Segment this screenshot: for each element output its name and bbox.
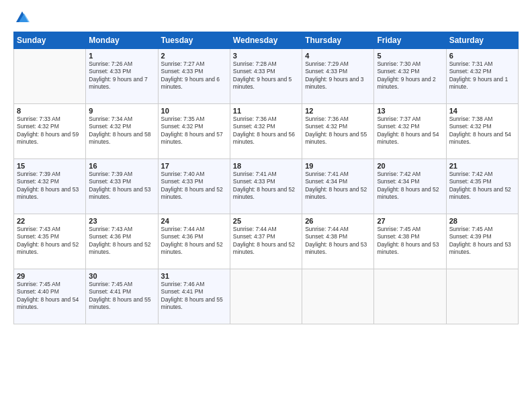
calendar-day-cell: 31Sunrise: 7:46 AMSunset: 4:41 PMDayligh… xyxy=(158,269,230,324)
column-header-thursday: Thursday xyxy=(302,32,374,49)
day-number: 17 xyxy=(161,162,227,170)
day-number: 12 xyxy=(305,107,371,115)
day-info: Sunrise: 7:42 AMSunset: 4:34 PMDaylight:… xyxy=(377,171,443,201)
calendar-day-cell: 12Sunrise: 7:36 AMSunset: 4:32 PMDayligh… xyxy=(302,104,374,159)
calendar-day-cell: 15Sunrise: 7:39 AMSunset: 4:32 PMDayligh… xyxy=(14,159,86,214)
day-info: Sunrise: 7:27 AMSunset: 4:33 PMDaylight:… xyxy=(161,60,227,91)
calendar-day-cell: 25Sunrise: 7:44 AMSunset: 4:37 PMDayligh… xyxy=(230,214,302,269)
calendar-day-cell: 18Sunrise: 7:41 AMSunset: 4:33 PMDayligh… xyxy=(230,159,302,214)
day-number: 29 xyxy=(17,272,83,280)
day-info: Sunrise: 7:44 AMSunset: 4:37 PMDaylight:… xyxy=(233,226,299,257)
day-number: 30 xyxy=(89,272,154,280)
day-info: Sunrise: 7:28 AMSunset: 4:33 PMDaylight:… xyxy=(233,60,299,91)
logo xyxy=(13,10,30,25)
day-number: 28 xyxy=(449,217,515,225)
day-info: Sunrise: 7:35 AMSunset: 4:32 PMDaylight:… xyxy=(161,116,227,146)
calendar-day-cell: 6Sunrise: 7:31 AMSunset: 4:32 PMDaylight… xyxy=(446,49,518,104)
day-info: Sunrise: 7:40 AMSunset: 4:33 PMDaylight:… xyxy=(161,171,227,201)
column-header-sunday: Sunday xyxy=(14,32,86,49)
calendar-day-cell: 1Sunrise: 7:26 AMSunset: 4:33 PMDaylight… xyxy=(86,49,158,104)
day-number: 14 xyxy=(449,107,515,115)
day-number: 3 xyxy=(233,52,299,60)
day-info: Sunrise: 7:45 AMSunset: 4:38 PMDaylight:… xyxy=(377,226,443,257)
calendar-table: SundayMondayTuesdayWednesdayThursdayFrid… xyxy=(13,32,519,324)
day-number: 20 xyxy=(377,162,443,170)
day-info: Sunrise: 7:37 AMSunset: 4:32 PMDaylight:… xyxy=(377,116,443,146)
calendar-week-row: 22Sunrise: 7:43 AMSunset: 4:35 PMDayligh… xyxy=(14,214,519,269)
calendar-day-cell: 9Sunrise: 7:34 AMSunset: 4:32 PMDaylight… xyxy=(86,104,158,159)
calendar-day-cell: 20Sunrise: 7:42 AMSunset: 4:34 PMDayligh… xyxy=(374,159,446,214)
day-info: Sunrise: 7:39 AMSunset: 4:32 PMDaylight:… xyxy=(17,171,83,201)
day-info: Sunrise: 7:26 AMSunset: 4:33 PMDaylight:… xyxy=(89,60,154,91)
calendar-day-cell: 21Sunrise: 7:42 AMSunset: 4:35 PMDayligh… xyxy=(446,159,518,214)
calendar-day-cell: 28Sunrise: 7:45 AMSunset: 4:39 PMDayligh… xyxy=(446,214,518,269)
calendar-day-cell: 5Sunrise: 7:30 AMSunset: 4:32 PMDaylight… xyxy=(374,49,446,104)
day-info: Sunrise: 7:39 AMSunset: 4:33 PMDaylight:… xyxy=(89,171,154,201)
calendar-day-cell: 24Sunrise: 7:44 AMSunset: 4:36 PMDayligh… xyxy=(158,214,230,269)
calendar-day-cell: 10Sunrise: 7:35 AMSunset: 4:32 PMDayligh… xyxy=(158,104,230,159)
day-info: Sunrise: 7:30 AMSunset: 4:32 PMDaylight:… xyxy=(377,60,443,91)
day-info: Sunrise: 7:45 AMSunset: 4:40 PMDaylight:… xyxy=(17,281,83,312)
calendar-day-cell: 26Sunrise: 7:44 AMSunset: 4:38 PMDayligh… xyxy=(302,214,374,269)
calendar-day-cell: 3Sunrise: 7:28 AMSunset: 4:33 PMDaylight… xyxy=(230,49,302,104)
day-info: Sunrise: 7:45 AMSunset: 4:41 PMDaylight:… xyxy=(89,281,154,312)
day-info: Sunrise: 7:41 AMSunset: 4:33 PMDaylight:… xyxy=(233,171,299,201)
calendar-week-row: 8Sunrise: 7:33 AMSunset: 4:32 PMDaylight… xyxy=(14,104,519,159)
column-header-friday: Friday xyxy=(374,32,446,49)
logo-icon xyxy=(15,10,30,25)
day-info: Sunrise: 7:46 AMSunset: 4:41 PMDaylight:… xyxy=(161,281,227,312)
calendar-day-cell: 8Sunrise: 7:33 AMSunset: 4:32 PMDaylight… xyxy=(14,104,86,159)
calendar-day-cell: 17Sunrise: 7:40 AMSunset: 4:33 PMDayligh… xyxy=(158,159,230,214)
day-info: Sunrise: 7:43 AMSunset: 4:36 PMDaylight:… xyxy=(89,226,154,257)
column-header-tuesday: Tuesday xyxy=(158,32,230,49)
day-number: 24 xyxy=(161,217,227,225)
calendar-day-cell: 16Sunrise: 7:39 AMSunset: 4:33 PMDayligh… xyxy=(86,159,158,214)
page: SundayMondayTuesdayWednesdayThursdayFrid… xyxy=(0,0,532,411)
column-header-wednesday: Wednesday xyxy=(230,32,302,49)
day-info: Sunrise: 7:31 AMSunset: 4:32 PMDaylight:… xyxy=(449,60,515,91)
day-number: 15 xyxy=(17,162,83,170)
calendar-day-cell: 4Sunrise: 7:29 AMSunset: 4:33 PMDaylight… xyxy=(302,49,374,104)
calendar-day-cell: 27Sunrise: 7:45 AMSunset: 4:38 PMDayligh… xyxy=(374,214,446,269)
calendar-week-row: 15Sunrise: 7:39 AMSunset: 4:32 PMDayligh… xyxy=(14,159,519,214)
day-info: Sunrise: 7:43 AMSunset: 4:35 PMDaylight:… xyxy=(17,226,83,257)
day-number: 18 xyxy=(233,162,299,170)
day-number: 31 xyxy=(161,272,227,280)
day-number: 9 xyxy=(89,107,154,115)
day-info: Sunrise: 7:29 AMSunset: 4:33 PMDaylight:… xyxy=(305,60,371,91)
calendar-week-row: 29Sunrise: 7:45 AMSunset: 4:40 PMDayligh… xyxy=(14,269,519,324)
empty-cell xyxy=(14,49,86,104)
day-number: 10 xyxy=(161,107,227,115)
calendar-day-cell: 19Sunrise: 7:41 AMSunset: 4:34 PMDayligh… xyxy=(302,159,374,214)
day-info: Sunrise: 7:33 AMSunset: 4:32 PMDaylight:… xyxy=(17,116,83,146)
column-header-monday: Monday xyxy=(86,32,158,49)
calendar-day-cell: 30Sunrise: 7:45 AMSunset: 4:41 PMDayligh… xyxy=(86,269,158,324)
calendar-day-cell: 13Sunrise: 7:37 AMSunset: 4:32 PMDayligh… xyxy=(374,104,446,159)
empty-cell xyxy=(446,269,518,324)
calendar-day-cell: 29Sunrise: 7:45 AMSunset: 4:40 PMDayligh… xyxy=(14,269,86,324)
day-info: Sunrise: 7:42 AMSunset: 4:35 PMDaylight:… xyxy=(449,171,515,201)
calendar-day-cell: 22Sunrise: 7:43 AMSunset: 4:35 PMDayligh… xyxy=(14,214,86,269)
empty-cell xyxy=(302,269,374,324)
day-number: 19 xyxy=(305,162,371,170)
day-number: 27 xyxy=(377,217,443,225)
day-info: Sunrise: 7:41 AMSunset: 4:34 PMDaylight:… xyxy=(305,171,371,201)
day-number: 23 xyxy=(89,217,154,225)
day-number: 6 xyxy=(449,52,515,60)
calendar-header-row: SundayMondayTuesdayWednesdayThursdayFrid… xyxy=(14,32,519,49)
day-info: Sunrise: 7:45 AMSunset: 4:39 PMDaylight:… xyxy=(449,226,515,257)
day-number: 13 xyxy=(377,107,443,115)
day-info: Sunrise: 7:38 AMSunset: 4:32 PMDaylight:… xyxy=(449,116,515,146)
day-number: 22 xyxy=(17,217,83,225)
day-number: 5 xyxy=(377,52,443,60)
empty-cell xyxy=(230,269,302,324)
calendar-day-cell: 23Sunrise: 7:43 AMSunset: 4:36 PMDayligh… xyxy=(86,214,158,269)
day-number: 16 xyxy=(89,162,154,170)
empty-cell xyxy=(374,269,446,324)
day-info: Sunrise: 7:34 AMSunset: 4:32 PMDaylight:… xyxy=(89,116,154,146)
day-number: 8 xyxy=(17,107,83,115)
day-number: 4 xyxy=(305,52,371,60)
day-number: 11 xyxy=(233,107,299,115)
day-number: 25 xyxy=(233,217,299,225)
day-info: Sunrise: 7:36 AMSunset: 4:32 PMDaylight:… xyxy=(233,116,299,146)
